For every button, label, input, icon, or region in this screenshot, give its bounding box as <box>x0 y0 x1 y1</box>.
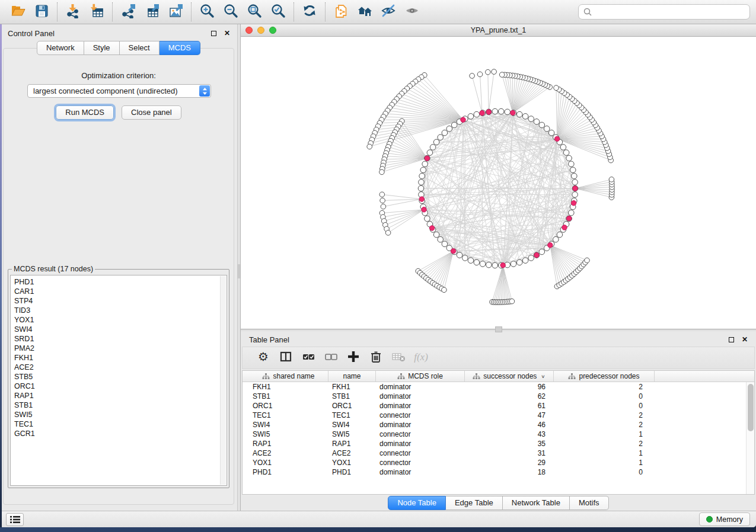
task-history-button[interactable] <box>6 513 24 526</box>
close-panel-icon[interactable]: ✕ <box>224 30 230 37</box>
close-panel-button[interactable]: Close panel <box>122 105 181 120</box>
splitter-grip[interactable] <box>238 264 240 278</box>
mcds-result-item[interactable]: TID3 <box>14 306 218 315</box>
export-network-button[interactable] <box>116 1 140 23</box>
table-row[interactable]: YOX1YOX1connector291 <box>249 458 746 467</box>
memory-button[interactable]: Memory <box>699 512 750 526</box>
tab-network[interactable]: Network <box>37 41 84 55</box>
float-panel-icon[interactable] <box>211 31 216 36</box>
mcds-result-item[interactable]: SWI4 <box>14 325 218 334</box>
table-row[interactable]: STB1STB1dominator620 <box>249 392 746 401</box>
desktop-wallpaper-sliver <box>0 24 2 527</box>
table-row[interactable]: FKH1FKH1dominator962 <box>249 382 746 392</box>
run-mcds-button[interactable]: Run MCDS <box>56 105 114 120</box>
table-cell: ORC1 <box>328 402 376 410</box>
table-cell: PHD1 <box>249 468 328 476</box>
column-header-name[interactable]: name <box>328 371 376 382</box>
mcds-result-item[interactable]: GCR1 <box>14 429 218 438</box>
mcds-result-item[interactable]: STP4 <box>14 296 218 306</box>
show-all-button[interactable] <box>400 1 424 23</box>
column-header-mcds-role[interactable]: MCDS role <box>376 371 465 382</box>
mcds-result-list[interactable]: PHD1CAR1STP4TID3YOX1SWI4SRD1PMA2FKH1ACE2… <box>10 275 227 486</box>
search-input[interactable] <box>595 8 745 17</box>
table-tab-network-table[interactable]: Network Table <box>503 496 570 510</box>
table-row[interactable]: TEC1TEC1connector472 <box>249 411 746 420</box>
zoom-selected-button[interactable] <box>266 1 290 23</box>
mcds-result-item[interactable]: STB5 <box>14 372 218 382</box>
search-icon <box>583 8 592 16</box>
save-session-button[interactable] <box>30 1 53 23</box>
table-row[interactable]: PHD1PHD1dominator180 <box>249 467 746 477</box>
table-scrollbar-track[interactable] <box>746 382 754 494</box>
delete-row-button[interactable] <box>365 347 387 368</box>
list-scrollbar-track[interactable] <box>220 276 226 485</box>
mcds-result-item[interactable]: TEC1 <box>14 419 218 429</box>
status-bar: Memory <box>0 511 756 527</box>
export-table-button[interactable] <box>140 1 164 23</box>
zoom-fit-button[interactable] <box>243 1 266 23</box>
table-cell: 43 <box>465 430 554 438</box>
table-cell: 46 <box>465 421 554 429</box>
new-network-from-selection-button[interactable] <box>329 1 353 23</box>
column-layout-button[interactable] <box>275 347 297 368</box>
first-neighbors-icon <box>357 3 372 21</box>
open-file-button[interactable] <box>6 1 30 23</box>
table-cell: ORC1 <box>249 402 328 410</box>
add-row-button[interactable] <box>342 347 365 368</box>
table-row[interactable]: ORC1ORC1dominator610 <box>249 401 746 411</box>
table-cell: SWI4 <box>328 421 376 429</box>
toolbar-separator <box>325 2 326 21</box>
table-tab-node-table[interactable]: Node Table <box>388 496 446 510</box>
mcds-result-item[interactable]: YOX1 <box>14 315 218 325</box>
table-row[interactable]: SWI4SWI4dominator462 <box>249 420 746 430</box>
table-scrollbar-thumb[interactable] <box>748 384 754 431</box>
zoom-out-button[interactable] <box>219 1 243 23</box>
search-box[interactable] <box>578 4 750 20</box>
settings-gear-button[interactable]: ⚙ <box>252 347 275 368</box>
mcds-result-item[interactable]: FKH1 <box>14 353 218 363</box>
table-tab-edge-table[interactable]: Edge Table <box>446 496 503 510</box>
tab-style[interactable]: Style <box>84 41 120 55</box>
criterion-dropdown[interactable]: largest connected component (undirected) <box>27 84 211 98</box>
node-table: shared namenameMCDS rolesuccessor nodes∨… <box>242 370 755 495</box>
tab-mcds[interactable]: MCDS <box>160 41 200 55</box>
mcds-result-item[interactable]: PMA2 <box>14 344 218 353</box>
mcds-result-item[interactable]: ACE2 <box>14 363 218 372</box>
export-image-button[interactable] <box>164 1 187 23</box>
network-graph[interactable] <box>241 37 755 328</box>
column-header-successor-nodes[interactable]: successor nodes∨ <box>465 371 554 382</box>
hide-selected-button[interactable] <box>377 1 400 23</box>
mcds-result-item[interactable]: PHD1 <box>14 277 218 287</box>
mcds-result-item[interactable]: ORC1 <box>14 382 218 391</box>
column-header-predecessor-nodes[interactable]: predecessor nodes <box>554 371 655 382</box>
select-all-checkboxes-button[interactable] <box>297 347 320 368</box>
table-cell: 0 <box>554 392 655 400</box>
deselect-all-checkboxes-button[interactable] <box>320 347 342 368</box>
tab-select[interactable]: Select <box>120 41 160 55</box>
export-image-icon <box>168 3 183 21</box>
horizontal-splitter[interactable] <box>241 329 756 331</box>
column-header-shared-name[interactable]: shared name <box>249 371 328 382</box>
import-network-button[interactable] <box>61 1 85 23</box>
table-row[interactable]: ACE2ACE2connector311 <box>249 448 746 458</box>
splitter-grip[interactable] <box>495 326 502 332</box>
first-neighbors-button[interactable] <box>353 1 377 23</box>
mcds-result-item[interactable]: STB1 <box>14 400 218 410</box>
mcds-result-item[interactable]: SRD1 <box>14 334 218 344</box>
mcds-result-item[interactable]: SWI5 <box>14 410 218 419</box>
table-cell: 2 <box>554 383 655 391</box>
refresh-view-button[interactable] <box>298 1 321 23</box>
toolbar-separator <box>112 2 113 21</box>
table-cell: PHD1 <box>328 468 376 476</box>
table-row[interactable]: RAP1RAP1dominator352 <box>249 439 746 448</box>
mcds-result-item[interactable]: RAP1 <box>14 391 218 400</box>
network-canvas[interactable] <box>241 37 756 329</box>
table-tab-motifs[interactable]: Motifs <box>570 496 609 510</box>
import-table-button[interactable] <box>85 1 109 23</box>
table-row[interactable]: SWI5SWI5connector431 <box>249 430 746 439</box>
float-panel-icon[interactable] <box>729 337 734 342</box>
close-panel-icon[interactable]: ✕ <box>742 336 748 343</box>
mcds-result-item[interactable]: CAR1 <box>14 287 218 296</box>
criterion-value: largest connected component (undirected) <box>33 86 178 95</box>
zoom-in-button[interactable] <box>195 1 219 23</box>
